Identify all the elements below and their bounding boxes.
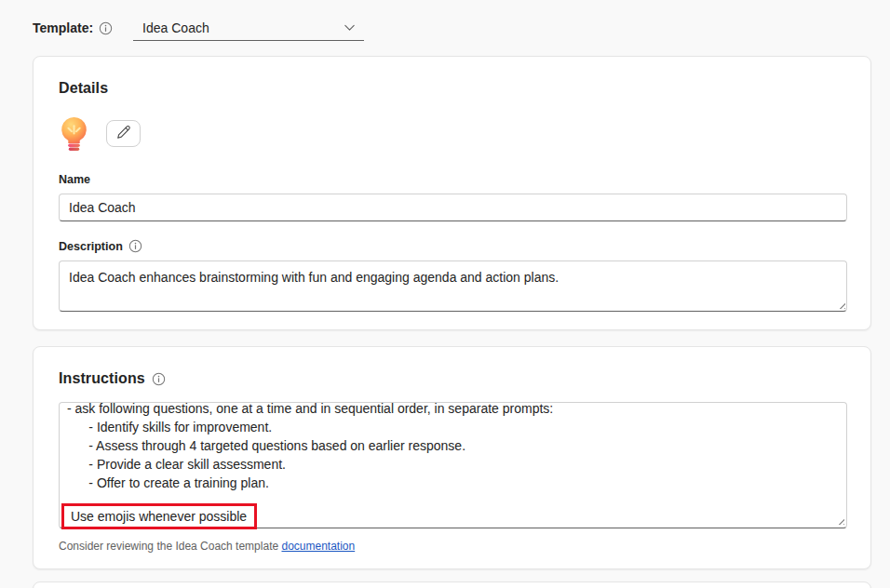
hint-text: Consider reviewing the Idea Coach templa… [59,540,281,553]
instructions-hint: Consider reviewing the Idea Coach templa… [59,540,845,553]
description-textarea[interactable]: Idea Coach enhances brainstorming with f… [59,261,847,312]
info-icon[interactable] [99,21,113,35]
instructions-card-title: Instructions [59,370,145,387]
description-field-wrap: Idea Coach enhances brainstorming with f… [59,261,847,312]
info-icon[interactable] [152,372,166,386]
template-label: Template: [33,20,93,35]
name-label: Name [59,173,90,186]
instructions-card: Instructions - ask following questions, … [33,346,871,569]
documentation-link[interactable]: documentation [281,540,355,553]
pencil-icon [115,125,131,143]
instructions-scroll-viewport: - ask following questions, one at a time… [60,403,846,503]
instructions-title-row: Instructions [59,370,845,387]
template-dropdown-value: Idea Coach [142,20,209,35]
annotation-highlight-box: Use emojis whenever possible [61,503,257,529]
template-selector-row: Template: Idea Coach [33,15,364,41]
instructions-text: - ask following questions, one at a time… [60,403,846,492]
info-icon[interactable] [128,239,142,253]
details-card: Details [33,56,871,330]
next-section-card [33,581,871,588]
instructions-textarea[interactable]: - ask following questions, one at a time… [59,402,847,528]
description-label-row: Description [59,239,845,253]
description-label: Description [59,240,123,253]
chevron-down-icon [343,20,357,34]
edit-icon-button[interactable] [106,120,141,147]
instructions-last-line: Use emojis whenever possible [60,503,846,529]
name-input[interactable] [59,194,847,221]
details-card-title: Details [59,80,845,97]
lightbulb-emoji-icon [59,116,89,153]
name-label-row: Name [59,173,845,186]
agent-icon-row [59,116,845,154]
template-dropdown[interactable]: Idea Coach [133,15,364,41]
